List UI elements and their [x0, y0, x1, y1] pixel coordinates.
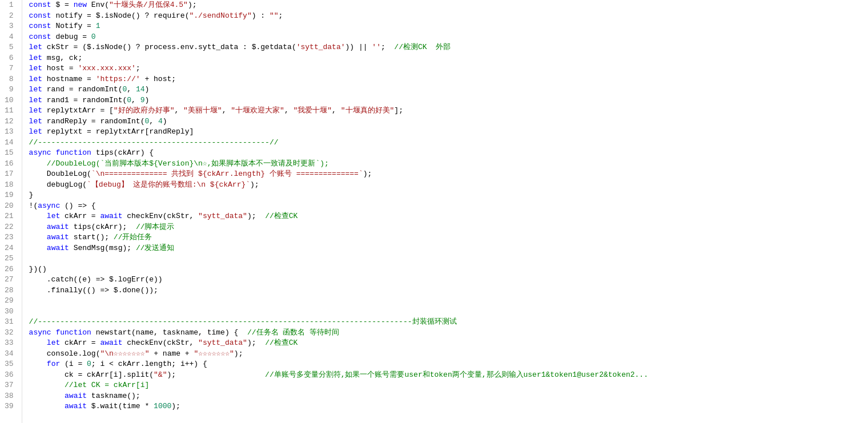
code-line: .finally(() => $.done()); — [29, 285, 868, 296]
code-line: let hostname = 'https://' + host; — [29, 74, 868, 85]
code-line: await tips(ckArr); //脚本提示 — [29, 222, 868, 233]
code-line: await taskname(); — [29, 391, 868, 402]
code-line: !(async () => { — [29, 201, 868, 212]
code-line: console.log("\n☆☆☆☆☆☆☆" + name + "☆☆☆☆☆☆… — [29, 349, 868, 360]
code-line: let replytxt = replytxtArr[randReply] — [29, 127, 868, 138]
code-line: let ckArr = await checkEnv(ckStr, "sytt_… — [29, 338, 868, 349]
code-line: let ckArr = await checkEnv(ckStr, "sytt_… — [29, 211, 868, 222]
code-line: await $.wait(time * 1000); — [29, 401, 868, 412]
code-line: let replytxtArr = ["好的政府办好事", "美丽十堰", "十… — [29, 106, 868, 116]
line-number: 31 — [5, 317, 17, 328]
code-editor: 1234567891011121314151617181920212223242… — [0, 0, 868, 423]
code-line: DoubleLog(`\n============== 共找到 ${ckArr.… — [29, 169, 868, 180]
line-number: 32 — [5, 328, 17, 339]
code-line: let host = 'xxx.xxx.xxx'; — [29, 63, 868, 74]
line-number: 25 — [5, 253, 17, 264]
line-number: 15 — [5, 148, 17, 159]
code-line: .catch((e) => $.logErr(e)) — [29, 275, 868, 285]
line-number: 36 — [5, 370, 17, 381]
line-number: 29 — [5, 296, 17, 307]
code-line: let rand = randomInt(0, 14) — [29, 84, 868, 95]
line-number: 3 — [5, 21, 17, 32]
line-number: 18 — [5, 180, 17, 191]
code-line: let randReply = randomInt(0, 4) — [29, 116, 868, 127]
code-line: let msg, ck; — [29, 53, 868, 64]
code-line: async function newstart(name, taskname, … — [29, 328, 868, 339]
code-line — [29, 296, 868, 307]
code-line: } — [29, 190, 868, 201]
line-number: 7 — [5, 63, 17, 74]
line-number: 4 — [5, 32, 17, 43]
code-line: const $ = new Env("十堰头条/月低保4.5"); — [29, 0, 868, 11]
line-number: 17 — [5, 169, 17, 180]
code-line: let ckStr = ($.isNode() ? process.env.sy… — [29, 42, 868, 53]
code-line: //let CK = ckArr[i] — [29, 380, 868, 391]
line-number: 28 — [5, 285, 17, 296]
code-line: for (i = 0; i < ckArr.length; i++) { — [29, 359, 868, 370]
line-number: 5 — [5, 42, 17, 53]
code-line: const debug = 0 — [29, 32, 868, 43]
code-line: const Notify = 1 — [29, 21, 868, 32]
line-number: 12 — [5, 116, 17, 127]
code-line: let rand1 = randomInt(0, 9) — [29, 95, 868, 106]
line-number: 26 — [5, 264, 17, 275]
line-number: 16 — [5, 159, 17, 170]
code-line: //--------------------------------------… — [29, 138, 868, 148]
line-number: 23 — [5, 232, 17, 243]
line-number: 35 — [5, 359, 17, 370]
line-number: 37 — [5, 380, 17, 391]
line-number: 10 — [5, 95, 17, 106]
line-number: 21 — [5, 211, 17, 222]
line-number: 13 — [5, 127, 17, 138]
line-number: 38 — [5, 391, 17, 402]
code-line: })() — [29, 264, 868, 275]
line-number: 39 — [5, 401, 17, 412]
code-line: debugLog(`【debug】 这是你的账号数组:\n ${ckArr}`)… — [29, 180, 868, 191]
line-number: 20 — [5, 201, 17, 212]
line-number: 6 — [5, 53, 17, 64]
line-number: 19 — [5, 190, 17, 201]
line-number: 8 — [5, 74, 17, 85]
line-number: 11 — [5, 106, 17, 116]
line-number: 14 — [5, 138, 17, 148]
code-line: await start(); //开始任务 — [29, 232, 868, 243]
line-number: 33 — [5, 338, 17, 349]
code-line: await SendMsg(msg); //发送通知 — [29, 243, 868, 254]
line-number: 9 — [5, 84, 17, 95]
line-number: 34 — [5, 349, 17, 360]
code-line: //DoubleLog(`当前脚本版本${Version}\n☆,如果脚本版本不… — [29, 159, 868, 170]
code-line: //--------------------------------------… — [29, 317, 868, 328]
code-line: ck = ckArr[i].split("&"); //单账号多变量分割符,如果… — [29, 370, 868, 381]
line-number: 24 — [5, 243, 17, 254]
code-line — [29, 253, 868, 264]
code-line: async function tips(ckArr) { — [29, 148, 868, 159]
line-number: 30 — [5, 307, 17, 317]
line-number: 27 — [5, 275, 17, 285]
line-number-gutter: 1234567891011121314151617181920212223242… — [0, 0, 22, 423]
code-line — [29, 307, 868, 317]
code-line: const notify = $.isNode() ? require("./s… — [29, 11, 868, 22]
line-number: 2 — [5, 11, 17, 22]
line-number: 22 — [5, 222, 17, 233]
code-area[interactable]: const $ = new Env("十堰头条/月低保4.5");const n… — [22, 0, 868, 423]
line-number: 1 — [5, 0, 17, 11]
